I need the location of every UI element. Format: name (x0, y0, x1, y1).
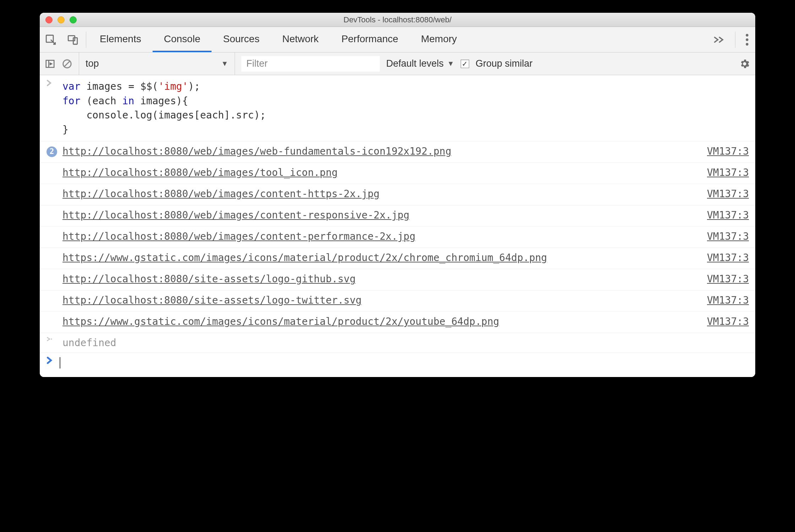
log-gutter (46, 293, 59, 309)
console-log-row: 2http://localhost:8080/web/images/web-fu… (40, 142, 755, 163)
log-gutter (46, 250, 59, 267)
main-toolbar: ElementsConsoleSourcesNetworkPerformance… (40, 27, 755, 52)
svg-point-5 (746, 43, 748, 45)
console-toolbar: top ▼ Default levels ▼ Group similar (40, 52, 755, 75)
log-source-link[interactable]: VM137:3 (689, 229, 749, 245)
log-gutter (46, 314, 59, 331)
chevron-down-icon: ▼ (221, 60, 228, 68)
chevron-down-icon: ▼ (447, 60, 454, 68)
log-source-link[interactable]: VM137:3 (689, 144, 749, 160)
tab-elements[interactable]: Elements (88, 27, 153, 52)
log-message: https://www.gstatic.com/images/icons/mat… (59, 314, 689, 331)
console-log-row: https://www.gstatic.com/images/icons/mat… (40, 248, 755, 269)
tab-sources[interactable]: Sources (212, 27, 271, 52)
console-log-row: https://www.gstatic.com/images/icons/mat… (40, 312, 755, 333)
log-message: http://localhost:8080/site-assets/logo-g… (59, 271, 689, 288)
log-url-link[interactable]: https://www.gstatic.com/images/icons/mat… (62, 252, 547, 264)
execution-context-selector[interactable]: top ▼ (79, 52, 235, 75)
log-url-link[interactable]: https://www.gstatic.com/images/icons/mat… (62, 316, 499, 327)
log-message: http://localhost:8080/web/images/content… (59, 186, 689, 203)
toggle-sidebar-icon[interactable] (45, 59, 55, 69)
console-log-row: http://localhost:8080/web/images/tool_ic… (40, 163, 755, 184)
window-title: DevTools - localhost:8080/web/ (40, 15, 755, 24)
log-source-link[interactable]: VM137:3 (689, 207, 749, 224)
toggle-device-icon[interactable] (62, 34, 84, 46)
log-levels-selector[interactable]: Default levels ▼ (386, 58, 454, 69)
clear-console-icon[interactable] (62, 59, 72, 69)
svg-point-4 (746, 38, 748, 41)
svg-point-3 (746, 34, 748, 36)
log-message: https://www.gstatic.com/images/icons/mat… (59, 250, 689, 267)
levels-label: Default levels (386, 58, 444, 69)
log-gutter (46, 271, 59, 288)
filter-input[interactable] (241, 56, 380, 72)
tab-console[interactable]: Console (153, 27, 212, 52)
log-gutter (46, 165, 59, 182)
return-arrow-icon (46, 335, 59, 353)
log-message: http://localhost:8080/web/images/content… (59, 207, 689, 224)
log-message: http://localhost:8080/web/images/web-fun… (59, 144, 689, 160)
log-source-link[interactable]: VM137:3 (689, 165, 749, 182)
log-gutter: 2 (46, 144, 59, 160)
log-url-link[interactable]: http://localhost:8080/web/images/content… (62, 231, 416, 242)
prompt-chevron-icon (46, 356, 59, 368)
console-log-row: http://localhost:8080/web/images/content… (40, 227, 755, 248)
kebab-menu-icon[interactable] (745, 34, 749, 46)
group-similar-label: Group similar (476, 58, 533, 69)
divider (735, 32, 735, 48)
log-source-link[interactable]: VM137:3 (689, 186, 749, 203)
tab-memory[interactable]: Memory (410, 27, 468, 52)
return-value: undefined (59, 335, 749, 353)
console-log-row: http://localhost:8080/web/images/content… (40, 205, 755, 227)
log-source-link[interactable]: VM137:3 (689, 271, 749, 288)
log-gutter (46, 229, 59, 245)
more-panels-icon[interactable] (713, 36, 725, 43)
log-message: http://localhost:8080/web/images/tool_ic… (59, 165, 689, 182)
log-gutter (46, 207, 59, 224)
log-source-link[interactable]: VM137:3 (689, 293, 749, 309)
inspect-element-icon[interactable] (40, 34, 62, 46)
console-log-row: http://localhost:8080/site-assets/logo-t… (40, 290, 755, 312)
log-url-link[interactable]: http://localhost:8080/web/images/content… (62, 188, 379, 200)
console-input-history: var images = $$('img'); for (each in ima… (40, 75, 755, 142)
input-chevron-icon (46, 79, 59, 138)
log-url-link[interactable]: http://localhost:8080/web/images/content… (62, 209, 410, 221)
log-message: http://localhost:8080/web/images/content… (59, 229, 689, 245)
divider (86, 32, 86, 48)
log-source-link[interactable]: VM137:3 (689, 314, 749, 331)
log-url-link[interactable]: http://localhost:8080/web/images/tool_ic… (62, 167, 338, 178)
repeat-count-badge: 2 (46, 146, 57, 157)
log-gutter (46, 186, 59, 203)
console-prompt[interactable] (40, 353, 755, 377)
log-url-link[interactable]: http://localhost:8080/site-assets/logo-t… (62, 294, 362, 306)
console-log-row: http://localhost:8080/site-assets/logo-g… (40, 269, 755, 290)
titlebar: DevTools - localhost:8080/web/ (40, 13, 755, 27)
svg-point-8 (51, 339, 52, 340)
context-label: top (86, 58, 99, 69)
console-log-row: http://localhost:8080/web/images/content… (40, 184, 755, 205)
prompt-input[interactable] (59, 356, 60, 368)
code-block: var images = $$('img'); for (each in ima… (59, 79, 749, 138)
console-body: var images = $$('img'); for (each in ima… (40, 75, 755, 377)
settings-gear-icon[interactable] (739, 58, 750, 70)
tab-performance[interactable]: Performance (330, 27, 410, 52)
log-message: http://localhost:8080/site-assets/logo-t… (59, 293, 689, 309)
tab-network[interactable]: Network (271, 27, 330, 52)
group-similar-checkbox[interactable] (461, 60, 469, 68)
panel-tabs: ElementsConsoleSourcesNetworkPerformance… (88, 27, 713, 52)
log-source-link[interactable]: VM137:3 (689, 250, 749, 267)
log-url-link[interactable]: http://localhost:8080/site-assets/logo-g… (62, 273, 356, 285)
return-value-row: undefined (40, 333, 755, 353)
devtools-window: DevTools - localhost:8080/web/ ElementsC… (40, 13, 755, 377)
log-url-link[interactable]: http://localhost:8080/web/images/web-fun… (62, 145, 451, 157)
